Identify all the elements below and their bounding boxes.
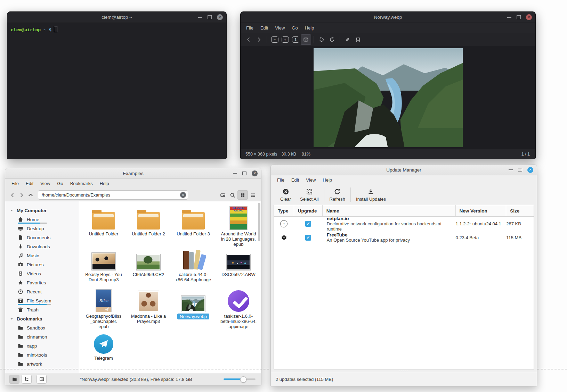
menu-view[interactable]: View <box>37 180 54 187</box>
up-button[interactable] <box>26 191 35 200</box>
menu-bookmarks[interactable]: Bookmarks <box>67 180 96 187</box>
column-header-upgrade[interactable]: Upgrade <box>294 205 323 216</box>
nemo-titlebar[interactable]: Examples × <box>5 168 261 179</box>
forward-button[interactable] <box>17 191 26 200</box>
column-header-size[interactable]: Size <box>506 205 534 216</box>
zoom-out-button[interactable]: − <box>269 34 280 45</box>
sidebar-section-bookmarks[interactable]: Bookmarks <box>5 314 79 323</box>
best-fit-button[interactable] <box>301 34 311 45</box>
sidebar-item-mint-tools[interactable]: mint-tools <box>5 350 79 359</box>
sidebar-item-sandbox[interactable]: Sandbox <box>5 323 79 332</box>
list-view-button[interactable] <box>248 190 258 200</box>
minimize-button[interactable] <box>509 169 513 170</box>
zoom-slider-handle[interactable] <box>240 376 246 383</box>
menu-file[interactable]: File <box>8 180 22 187</box>
menu-file[interactable]: File <box>274 176 288 184</box>
maximize-button[interactable] <box>518 168 522 172</box>
clear-location-icon[interactable]: × <box>180 192 186 198</box>
clear-button[interactable]: Clear <box>276 186 295 203</box>
minimize-button[interactable] <box>198 17 202 18</box>
terminal-titlebar[interactable]: clem@airtop ~ × <box>7 12 226 23</box>
show-treeview-button[interactable] <box>22 375 32 384</box>
fullscreen-button[interactable] <box>342 34 353 45</box>
close-button[interactable]: × <box>252 170 258 176</box>
toggle-location-entry-icon[interactable] <box>218 191 228 200</box>
file-item[interactable]: Beasty Boys - You Dont Stop.mp3 <box>82 247 125 282</box>
close-button[interactable]: × <box>526 14 532 20</box>
slideshow-button[interactable] <box>353 34 363 45</box>
show-places-button[interactable] <box>9 375 19 384</box>
sidebar-item-documents[interactable]: Documents <box>5 233 79 242</box>
sidebar-section-my-computer[interactable]: My Computer <box>5 206 79 215</box>
previous-image-button[interactable] <box>243 34 254 45</box>
close-button[interactable]: × <box>527 167 533 173</box>
upgrade-checkbox[interactable]: ✓ <box>305 235 311 241</box>
menu-view[interactable]: View <box>302 176 319 184</box>
table-row[interactable]: ↑ ✓ netplan.io Declarative network confi… <box>274 217 534 231</box>
sidebar-item-home[interactable]: Home <box>5 215 79 224</box>
zoom-in-button[interactable]: + <box>280 34 290 45</box>
file-item[interactable]: Telegram <box>82 330 125 361</box>
minimize-button[interactable] <box>507 17 511 18</box>
zoom-slider[interactable] <box>224 378 256 380</box>
sidebar-item-favorites[interactable]: Favorites <box>5 278 79 287</box>
sidebar-item-file-system[interactable]: File System <box>5 296 79 305</box>
column-header-new-version[interactable]: New Version <box>456 205 507 216</box>
file-item[interactable]: taskizer-1.6.0- beta-linux-x86-64. appim… <box>217 288 260 329</box>
maximize-button[interactable] <box>208 15 212 19</box>
file-icon-view[interactable]: Untitled Folder Untitled Folder 2 Untitl… <box>79 201 261 373</box>
expander-triangle-icon[interactable] <box>10 209 14 212</box>
select-all-button[interactable]: Select All <box>295 186 323 203</box>
hide-sidebar-button[interactable] <box>37 375 47 384</box>
sidebar-item-videos[interactable]: Videos <box>5 269 79 278</box>
menu-edit[interactable]: Edit <box>22 180 37 187</box>
sidebar-item-downloads[interactable]: Downloads <box>5 242 79 251</box>
menu-file[interactable]: File <box>243 24 257 32</box>
location-entry[interactable]: /home/clem/Documents/Examples × <box>38 190 188 200</box>
um-titlebar[interactable]: Update Manager × <box>271 165 537 175</box>
sidebar-item-trash[interactable]: Trash <box>5 305 79 314</box>
minimize-button[interactable] <box>233 173 237 174</box>
maximize-button[interactable] <box>517 15 521 19</box>
file-item[interactable]: Untitled Folder 3 <box>172 206 215 236</box>
install-updates-button[interactable]: Install Updates <box>351 186 390 203</box>
viewer-canvas[interactable] <box>241 46 535 149</box>
sidebar-item-artwork[interactable]: artwork <box>5 359 79 368</box>
maximize-button[interactable] <box>242 172 246 175</box>
menu-view[interactable]: View <box>272 24 288 32</box>
sidebar-item-xapp[interactable]: xapp <box>5 341 79 350</box>
close-button[interactable]: × <box>217 14 223 20</box>
refresh-button[interactable]: Refresh <box>325 186 350 203</box>
menu-edit[interactable]: Edit <box>257 24 272 32</box>
next-image-button[interactable] <box>254 34 264 45</box>
file-item[interactable]: Madonna - Like a Prayer.mp3 <box>127 288 170 324</box>
menu-help[interactable]: Help <box>301 24 318 32</box>
sidebar-item-desktop[interactable]: Desktop <box>5 224 79 233</box>
upgrade-checkbox[interactable]: ✓ <box>305 221 311 227</box>
table-row[interactable]: ✓ FreeTube An Open Source YouTube app fo… <box>274 231 534 244</box>
terminal-content[interactable]: clem@airtop ~ $ <box>7 23 226 35</box>
file-item[interactable]: calibre-5.44.0- x86-64.AppImage <box>172 247 215 282</box>
back-button[interactable] <box>8 191 17 200</box>
viewer-titlebar[interactable]: Norway.webp × <box>241 12 535 23</box>
file-item-selected[interactable]: Norway.webp <box>172 288 215 319</box>
file-item[interactable]: DSC05972.ARW <box>217 247 260 277</box>
icon-view-button[interactable] <box>237 190 248 200</box>
column-header-type[interactable]: Type <box>274 205 294 216</box>
search-icon[interactable] <box>228 191 237 200</box>
sidebar-item-cinnamon[interactable]: cinnamon <box>5 332 79 341</box>
menu-help[interactable]: Help <box>96 180 113 187</box>
file-item[interactable]: C66A5959.CR2 <box>127 247 170 277</box>
sidebar-item-pictures[interactable]: Pictures <box>5 260 79 269</box>
menu-go[interactable]: Go <box>288 24 301 32</box>
file-item[interactable]: Untitled Folder 2 <box>127 206 170 236</box>
file-item[interactable]: Bliss GeographyofBliss _oneChapter. epub <box>82 288 125 329</box>
zoom-normal-button[interactable]: 1 <box>290 34 301 45</box>
expander-triangle-icon[interactable] <box>10 317 14 321</box>
sidebar-item-recent[interactable]: Recent <box>5 287 79 296</box>
rotate-clockwise-icon[interactable] <box>327 34 337 45</box>
menu-edit[interactable]: Edit <box>288 176 302 184</box>
rotate-counterclockwise-icon[interactable] <box>316 34 327 45</box>
file-item[interactable]: INFOGRIDPACIFIC Around the World in 28 L… <box>217 206 260 247</box>
menu-help[interactable]: Help <box>319 176 335 184</box>
